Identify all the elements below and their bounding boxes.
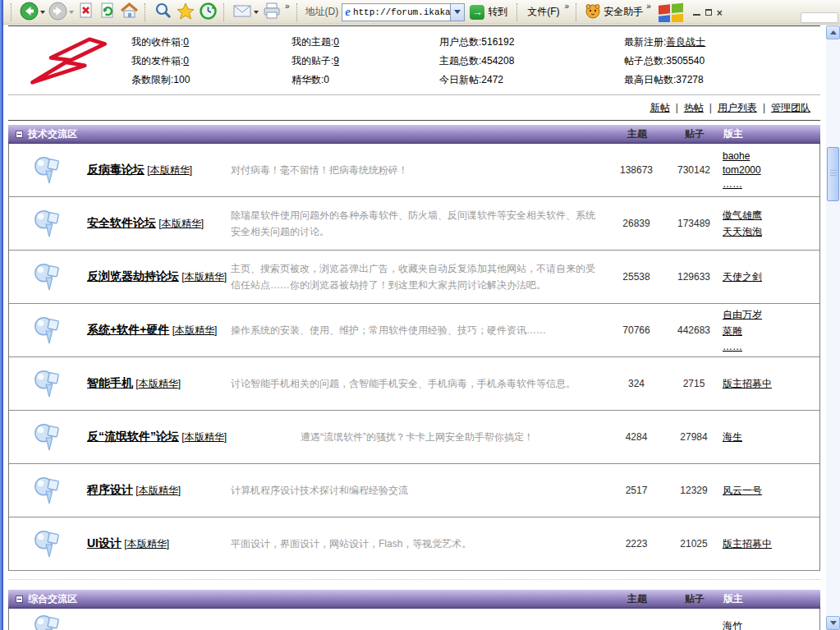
mail-button[interactable]: [231, 1, 260, 24]
history-button[interactable]: [197, 1, 219, 24]
forum-name-cell: 系统+软件+硬件 [本版精华]: [87, 323, 231, 338]
stats-col-4: 最新注册:善良战士 帖子总数:3505540 最高日帖数:37278: [624, 33, 813, 90]
scrollbar-thumb[interactable]: [827, 147, 839, 201]
post-count: 2715: [665, 378, 723, 389]
toolbar-overflow-chevron[interactable]: »: [285, 2, 289, 11]
moderator-recruiting-link[interactable]: 版主招募中: [723, 537, 819, 551]
column-header-topics: 主题: [608, 592, 666, 606]
mail-dropdown-icon[interactable]: [254, 11, 259, 14]
search-button[interactable]: [152, 1, 174, 24]
assistant-grip[interactable]: [576, 3, 579, 21]
triangle-down-icon: [830, 621, 837, 625]
digest-link[interactable]: 本版精华: [185, 431, 224, 443]
moderator-link[interactable]: 傲气雄鹰: [723, 209, 819, 223]
collapse-icon[interactable]: [16, 596, 23, 603]
digest-link[interactable]: 本版精华: [150, 164, 190, 176]
scroll-up-button[interactable]: [826, 25, 840, 39]
print-button[interactable]: [260, 1, 283, 24]
link-hot-posts[interactable]: 热帖: [684, 102, 704, 113]
column-header-moderators: 版主: [723, 592, 820, 606]
forum-row-ui-design: UI设计 [本版精华] 平面设计，界面设计，网站设计，Flash，等视觉艺术。 …: [9, 517, 819, 571]
forum-description: [231, 609, 608, 630]
moderator-link[interactable]: baohe: [723, 150, 819, 162]
forum-link[interactable]: 安全软件论坛: [87, 216, 156, 229]
forum-link[interactable]: 反病毒论坛: [87, 163, 145, 176]
link-new-posts[interactable]: 新帖: [650, 102, 670, 113]
toolbar-grip[interactable]: [11, 3, 14, 21]
addressbar-grip[interactable]: [296, 3, 300, 21]
more-moderators-link[interactable]: ……: [723, 178, 819, 190]
address-dropdown-button[interactable]: [450, 4, 464, 21]
forum-link[interactable]: 反“流氓软件”论坛: [87, 430, 179, 443]
link-user-list[interactable]: 用户列表: [718, 102, 757, 113]
moderator-link[interactable]: 菜雕: [723, 324, 819, 338]
forum-link[interactable]: 智能手机: [87, 376, 133, 389]
topic-count: 70766: [608, 324, 665, 336]
go-label: 转到: [488, 5, 507, 19]
security-assistant-button[interactable]: 安全助手: [583, 1, 645, 24]
close-icon[interactable]: ×: [717, 9, 723, 17]
moderator-link[interactable]: 风云一号: [723, 484, 819, 498]
stat-total-posts: 帖子总数:3505540: [624, 52, 813, 71]
file-menu[interactable]: 文件(F): [524, 5, 562, 19]
forum-link[interactable]: UI设计: [87, 536, 122, 550]
post-count: [665, 609, 723, 630]
assistant-overflow-chevron[interactable]: »: [646, 2, 650, 11]
column-header-posts: 贴子: [666, 127, 723, 141]
stop-button[interactable]: [76, 1, 97, 24]
digest-link[interactable]: 本版精华: [162, 218, 201, 229]
moderators-cell: 自由万岁菜雕……: [723, 308, 819, 352]
digest-link[interactable]: 本版精华: [127, 538, 167, 550]
forum-name-cell: 程序设计 [本版精华]: [87, 483, 231, 498]
menubar-grip[interactable]: [516, 3, 520, 21]
moderator-link[interactable]: 天天泡泡: [723, 225, 819, 239]
address-url[interactable]: http://forum.ikaka.c: [353, 7, 450, 17]
digest-link[interactable]: 本版精华: [185, 271, 224, 283]
link-admin-team[interactable]: 管理团队: [771, 102, 810, 113]
moderator-link[interactable]: 天使之剑: [723, 270, 819, 284]
tooltip-stub: [801, 12, 838, 23]
moderators-cell: 天使之剑: [723, 270, 819, 284]
forum-link[interactable]: 反浏览器劫持论坛: [87, 269, 179, 283]
forum-row-anti-malware: 反“流氓软件”论坛 [本版精华] 遭遇“流氓软件”的骚扰？卡卡上网安全助手帮你搞…: [9, 411, 819, 464]
digest-link[interactable]: 本版精华: [139, 485, 178, 496]
minimize-icon[interactable]: [693, 9, 700, 16]
restore-icon[interactable]: [705, 9, 712, 16]
home-button[interactable]: [118, 1, 140, 24]
digest-link[interactable]: 本版精华: [175, 324, 214, 336]
stat-my-posts-value[interactable]: 9: [333, 55, 339, 67]
moderators-cell: 风云一号: [723, 484, 819, 498]
moderator-link[interactable]: 自由万岁: [723, 308, 819, 322]
forward-dropdown-icon[interactable]: [69, 11, 74, 14]
stat-total-users: 用户总数:516192: [439, 33, 624, 52]
moderator-link[interactable]: tom2000: [723, 164, 819, 176]
vertical-scrollbar[interactable]: [826, 25, 840, 630]
back-dropdown-icon[interactable]: [40, 11, 45, 14]
collapse-icon[interactable]: [16, 131, 23, 138]
back-button[interactable]: [18, 1, 47, 24]
refresh-button[interactable]: [97, 1, 118, 24]
more-moderators-link[interactable]: ……: [723, 341, 819, 352]
moderator-recruiting-link[interactable]: 版主招募中: [723, 377, 819, 391]
ie-toolbar: » 地址(D) e http://forum.ikaka.c → 转到 文件(F…: [3, 0, 840, 25]
forum-name-cell: 智能手机 [本版精华]: [87, 376, 231, 391]
forum-name-cell: [87, 609, 231, 630]
favorites-button[interactable]: [174, 1, 197, 24]
forward-icon: [48, 2, 67, 23]
moderator-link[interactable]: 海竹: [723, 619, 819, 630]
forward-button[interactable]: [47, 1, 76, 24]
address-combobox[interactable]: e http://forum.ikaka.c: [342, 3, 465, 21]
digest-link[interactable]: 本版精华: [139, 378, 178, 389]
forum-row-security-software: 安全软件论坛 [本版精华] 除瑞星软件使用问题外的各种杀毒软件、防火墙、反间谍软…: [9, 197, 819, 251]
forum-link[interactable]: 系统+软件+硬件: [87, 323, 169, 336]
stat-inbox-value[interactable]: 0: [183, 36, 189, 48]
go-button[interactable]: → 转到: [465, 2, 512, 23]
post-count: 27984: [665, 431, 723, 443]
scroll-down-button[interactable]: [826, 616, 840, 630]
file-overflow-chevron[interactable]: »: [565, 2, 569, 11]
stat-my-topics-value[interactable]: 0: [333, 36, 339, 48]
moderator-link[interactable]: 海生: [723, 430, 819, 444]
newest-member-link[interactable]: 善良战士: [666, 36, 705, 48]
stat-outbox-value[interactable]: 0: [183, 55, 189, 67]
forum-link[interactable]: 程序设计: [87, 483, 133, 496]
